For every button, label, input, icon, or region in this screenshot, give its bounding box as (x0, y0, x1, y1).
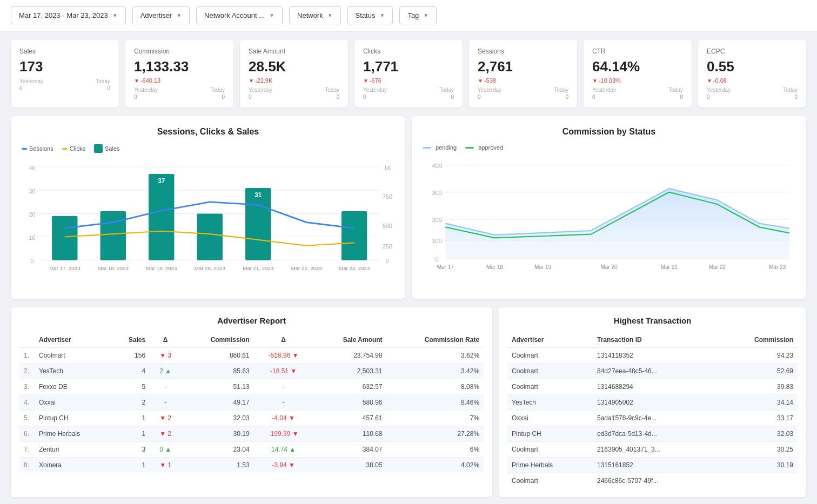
sales-delta: ▼ 3 (150, 347, 181, 364)
chevron-down-icon: ▼ (423, 12, 428, 18)
col-commission: Commission (181, 333, 254, 347)
chart-legend: Sessions Clicks Sales (22, 144, 394, 153)
kpi-commission-value: 1,133.33 (134, 58, 225, 75)
table-row: Coolmart 1314688294 39.83 (507, 379, 798, 395)
commission-delta: -18.51 ▼ (254, 364, 313, 379)
kpi-sales-sub: YesterdayToday (19, 78, 110, 84)
kpi-sales-value: 173 (19, 58, 110, 75)
col-advertiser: Advertiser (35, 333, 111, 347)
svg-rect-19 (149, 174, 174, 260)
svg-text:40: 40 (29, 165, 35, 171)
ht-col-commission: Commission (716, 333, 798, 347)
sales-legend-dot (94, 144, 103, 153)
advertiser-name: Pintup CH (35, 411, 111, 426)
sale-amount-value: 457.61 (313, 411, 387, 426)
col-comm-rate: Commission Rate (387, 333, 484, 347)
ht-transaction-id: 84d27eea-48c5-46... (593, 364, 716, 379)
ht-col-advertiser: Advertiser (507, 333, 593, 347)
clicks-legend-dot (62, 148, 68, 150)
svg-text:Mar 17: Mar 17 (437, 264, 454, 270)
commission-by-status-chart: Commission by Status pending approved 40… (412, 116, 806, 299)
chevron-down-icon: ▼ (269, 12, 274, 18)
svg-text:200: 200 (432, 217, 442, 223)
col-num (19, 333, 35, 347)
ht-transaction-id: 2163905_401371_3... (593, 442, 716, 458)
commission-delta: -199.39 ▼ (254, 426, 313, 442)
svg-text:Mar 23, 2023: Mar 23, 2023 (339, 265, 370, 271)
svg-text:Mar 21, 2023: Mar 21, 2023 (243, 265, 273, 271)
highest-transaction-title: Highest Transaction (507, 316, 798, 325)
kpi-sale-amount-value: 28.5K (249, 58, 339, 75)
approved-legend-dot (465, 147, 474, 149)
svg-text:20: 20 (29, 211, 35, 218)
ht-col-transaction-id: Transaction ID (593, 333, 716, 347)
commission-rate-value: 3.42% (387, 364, 484, 379)
row-number: 4. (19, 395, 35, 411)
commission-rate-value: 27.28% (387, 426, 484, 442)
commission-delta: -518.96 ▼ (254, 347, 313, 364)
status-filter[interactable]: Status ▼ (347, 6, 393, 24)
network-filter[interactable]: Network ▼ (289, 6, 341, 24)
row-number: 6. (19, 426, 35, 442)
kpi-ctr-value: 64.14% (592, 58, 683, 75)
advertiser-report-card: Advertiser Report Advertiser Sales Δ Com… (11, 307, 492, 497)
svg-text:Mar 22: Mar 22 (709, 264, 726, 270)
sales-value: 2 (111, 395, 150, 411)
svg-text:21: 21 (110, 203, 117, 211)
chevron-down-icon: ▼ (112, 12, 118, 18)
commission-delta: - (254, 379, 313, 395)
tag-label: Tag (407, 11, 419, 19)
ht-commission-value (716, 473, 798, 489)
ht-commission-value: 52.69 (716, 364, 798, 379)
commission-value: 49.17 (181, 395, 254, 411)
svg-rect-15 (52, 216, 77, 260)
kpi-sessions-delta: ▼ -538 (478, 77, 568, 84)
advertiser-name: Xomera (35, 458, 111, 473)
commission-legend: pending approved (423, 144, 795, 151)
kpi-sessions-value: 2,761 (478, 58, 568, 75)
ht-commission-value: 34.14 (716, 395, 798, 411)
commission-rate-value: 7% (387, 411, 484, 426)
sales-value: 1 (111, 426, 150, 442)
approved-legend-label: approved (478, 144, 503, 151)
kpi-sessions: Sessions 2,761 ▼ -538 YesterdayToday 0 0 (469, 40, 577, 107)
ht-advertiser-name: Coolmart (507, 379, 593, 395)
chevron-down-icon: ▼ (327, 12, 333, 18)
kpi-ecpc-label: ECPC (707, 48, 798, 55)
tag-filter[interactable]: Tag ▼ (399, 6, 437, 24)
ht-transaction-id: 1314118352 (593, 347, 716, 364)
commission-value: 51.13 (181, 379, 254, 395)
svg-text:Mar 21: Mar 21 (661, 264, 678, 270)
advertiser-filter[interactable]: Advertiser ▼ (132, 6, 190, 24)
sale-amount-value: 23,754.98 (313, 347, 387, 364)
table-row: 5. Pintup CH 1 ▼ 2 32.03 -4.04 ▼ 457.61 … (19, 411, 484, 426)
row-number: 8. (19, 458, 35, 473)
ht-advertiser-name: Coolmart (507, 347, 593, 364)
clicks-legend-label: Clicks (70, 145, 85, 152)
date-range-filter[interactable]: Mar 17, 2023 - Mar 23, 2023 ▼ (11, 6, 126, 24)
ht-commission-value: 39.83 (716, 379, 798, 395)
kpi-ecpc-value: 0.55 (707, 58, 798, 75)
commission-delta: 14.74 ▲ (254, 442, 313, 458)
sales-value: 156 (111, 347, 150, 364)
charts-row: Sessions, Clicks & Sales Sessions Clicks… (0, 116, 817, 307)
network-account-filter[interactable]: Network Account ... ▼ (196, 6, 283, 24)
sales-delta: - (150, 379, 181, 395)
svg-text:10: 10 (29, 234, 35, 241)
svg-text:100: 100 (432, 238, 442, 244)
table-row: 1. Coolmart 156 ▼ 3 860.61 -518.96 ▼ 23,… (19, 347, 484, 364)
sale-amount-value: 38.05 (313, 458, 387, 473)
svg-text:37: 37 (158, 177, 165, 185)
kpi-row: Sales 173 YesterdayToday 0 0 Commission … (0, 31, 817, 116)
commission-rate-value: 3.62% (387, 347, 484, 364)
commission-by-status-svg: 400 300 200 100 0 (423, 156, 795, 283)
ht-commission-value: 30.19 (716, 458, 798, 473)
col-comm-delta: Δ (254, 333, 313, 347)
sales-legend-label: Sales (105, 145, 120, 152)
svg-marker-44 (445, 189, 789, 258)
svg-text:Mar 18: Mar 18 (486, 264, 504, 270)
tables-row: Advertiser Report Advertiser Sales Δ Com… (0, 307, 817, 504)
kpi-commission: Commission 1,133.33 ▼ -640.13 YesterdayT… (125, 40, 233, 107)
col-sale-amount: Sale Amount (313, 333, 387, 347)
network-account-label: Network Account ... (204, 11, 265, 19)
